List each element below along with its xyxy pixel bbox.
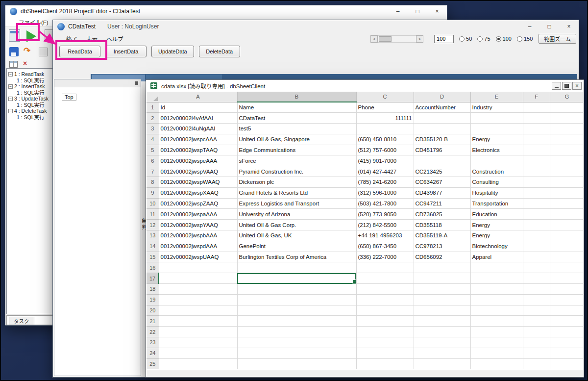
zoom-radio-50[interactable]: 50 xyxy=(459,36,472,42)
cell-C12[interactable]: (212) 842-5500 xyxy=(356,220,414,230)
updatedata-button[interactable]: UpdateData xyxy=(151,46,194,57)
cell-A12[interactable]: 0012v00002jwspYAAQ xyxy=(159,220,237,230)
cell-A5[interactable]: 0012v00002jwspTAAQ xyxy=(159,145,237,155)
cell-B6[interactable]: sForce xyxy=(237,155,356,166)
cell-G20[interactable] xyxy=(550,305,583,316)
row-header-13[interactable]: 13 xyxy=(147,230,159,241)
column-header-E[interactable]: E xyxy=(470,92,523,102)
cell-D9[interactable]: CD439877 xyxy=(414,187,470,198)
cell-E18[interactable] xyxy=(470,284,523,295)
row-header-6[interactable]: 6 xyxy=(147,155,159,166)
row-header-19[interactable]: 19 xyxy=(147,294,159,305)
cell-C24[interactable] xyxy=(356,348,414,358)
cell-C10[interactable]: (503) 421-7800 xyxy=(356,198,414,209)
zoom-radio-100[interactable]: 100 xyxy=(496,36,512,42)
cell-B9[interactable]: Grand Hotels & Resorts Ltd xyxy=(237,187,356,198)
save-icon[interactable] xyxy=(9,47,19,56)
cell-C9[interactable]: (312) 596-1000 xyxy=(356,187,414,198)
row-header-22[interactable]: 22 xyxy=(147,327,159,337)
cell-C17[interactable] xyxy=(356,273,414,284)
cell-D2[interactable] xyxy=(414,113,470,124)
cell-C1[interactable]: Phone xyxy=(356,102,414,113)
column-header-G[interactable]: G xyxy=(550,92,583,102)
cell-A4[interactable]: 0012v00002jwspcAAA xyxy=(159,134,237,145)
cell-B1[interactable]: Name xyxy=(237,102,356,113)
cell-G4[interactable] xyxy=(550,134,583,145)
cell-E23[interactable] xyxy=(470,337,523,348)
cell-A3[interactable]: 0012v00002l4uNgAAI xyxy=(159,124,237,134)
cell-B10[interactable]: Express Logistics and Transport xyxy=(237,198,356,209)
row-header-14[interactable]: 14 xyxy=(147,241,159,252)
cell-D20[interactable] xyxy=(414,305,470,316)
tree-task-item[interactable]: −4 : DeleteTask xyxy=(8,108,52,114)
select-all-corner[interactable] xyxy=(147,92,159,102)
cell-G2[interactable] xyxy=(550,113,583,124)
cell-G1[interactable] xyxy=(550,102,583,113)
cell-A17[interactable] xyxy=(159,273,237,284)
cell-B2[interactable]: CDataTest xyxy=(237,113,356,124)
cell-C14[interactable]: (650) 867-3450 xyxy=(356,241,414,252)
cell-D3[interactable] xyxy=(414,124,470,134)
deletedata-button[interactable]: DeleteData xyxy=(199,46,240,57)
cell-F1[interactable] xyxy=(523,102,550,113)
row-header-5[interactable]: 5 xyxy=(147,145,159,155)
cell-G13[interactable] xyxy=(550,230,583,241)
cell-A23[interactable] xyxy=(159,337,237,348)
project-editor-titlebar[interactable]: dbSheetClient 2018 ProjectEditor - CData… xyxy=(5,5,447,17)
cell-F14[interactable] xyxy=(523,241,550,252)
cell-B22[interactable] xyxy=(237,327,356,337)
cell-B3[interactable]: test5 xyxy=(237,124,356,134)
cell-D4[interactable]: CD355120-B xyxy=(414,134,470,145)
cell-B7[interactable]: Pyramid Construction Inc. xyxy=(237,166,356,177)
row-header-2[interactable]: 2 xyxy=(147,113,159,124)
cell-D15[interactable]: CD656092 xyxy=(414,252,470,262)
cell-D25[interactable] xyxy=(414,358,470,369)
row-header-21[interactable]: 21 xyxy=(147,316,159,327)
cell-F6[interactable] xyxy=(523,155,550,166)
tree-sql-item[interactable]: 1 : SQL実行 xyxy=(8,102,52,108)
close-button[interactable]: × xyxy=(427,5,447,17)
column-header-A[interactable]: A xyxy=(159,92,237,102)
cell-B21[interactable] xyxy=(237,316,356,327)
cell-G10[interactable] xyxy=(550,198,583,209)
cell-F7[interactable] xyxy=(523,166,550,177)
cell-A7[interactable]: 0012v00002jwspVAAQ xyxy=(159,166,237,177)
cell-C19[interactable] xyxy=(356,294,414,305)
row-header-20[interactable]: 20 xyxy=(147,305,159,316)
cell-E11[interactable]: Education xyxy=(470,209,523,220)
row-header-17[interactable]: 17 xyxy=(147,273,159,284)
cell-E9[interactable]: Hospitality xyxy=(470,187,523,198)
cell-F9[interactable] xyxy=(523,187,550,198)
cell-B13[interactable]: United Oil & Gas, UK xyxy=(237,230,356,241)
cell-G6[interactable] xyxy=(550,155,583,166)
cell-A25[interactable] xyxy=(159,358,237,369)
cell-F20[interactable] xyxy=(523,305,550,316)
maximize-button[interactable]: □ xyxy=(539,20,559,33)
cell-C16[interactable] xyxy=(356,262,414,273)
cell-F8[interactable] xyxy=(523,177,550,188)
cell-C5[interactable]: (512) 757-6000 xyxy=(356,145,414,155)
cell-F12[interactable] xyxy=(523,220,550,230)
cell-C3[interactable] xyxy=(356,124,414,134)
cell-D18[interactable] xyxy=(414,284,470,295)
cell-D1[interactable]: AccountNumber xyxy=(414,102,470,113)
row-header-25[interactable]: 25 xyxy=(147,358,159,369)
tree-sql-item[interactable]: 1 : SQL実行 xyxy=(8,77,52,84)
cell-F5[interactable] xyxy=(523,145,550,155)
cell-E17[interactable] xyxy=(470,273,523,284)
cell-E6[interactable] xyxy=(470,155,523,166)
cell-E24[interactable] xyxy=(470,348,523,358)
cell-E5[interactable]: Electronics xyxy=(470,145,523,155)
workbook-minimize-button[interactable] xyxy=(552,82,561,90)
cell-D19[interactable] xyxy=(414,294,470,305)
cell-A1[interactable]: Id xyxy=(159,102,237,113)
cell-D8[interactable]: CC634267 xyxy=(414,177,470,188)
cell-G8[interactable] xyxy=(550,177,583,188)
cell-A13[interactable]: 0012v00002jwspbAAA xyxy=(159,230,237,241)
cell-A19[interactable] xyxy=(159,294,237,305)
cell-E15[interactable]: Apparel xyxy=(470,252,523,262)
zoom-value-input[interactable] xyxy=(434,35,454,43)
cell-B25[interactable] xyxy=(237,358,356,369)
cell-G3[interactable] xyxy=(550,124,583,134)
cell-F10[interactable] xyxy=(523,198,550,209)
